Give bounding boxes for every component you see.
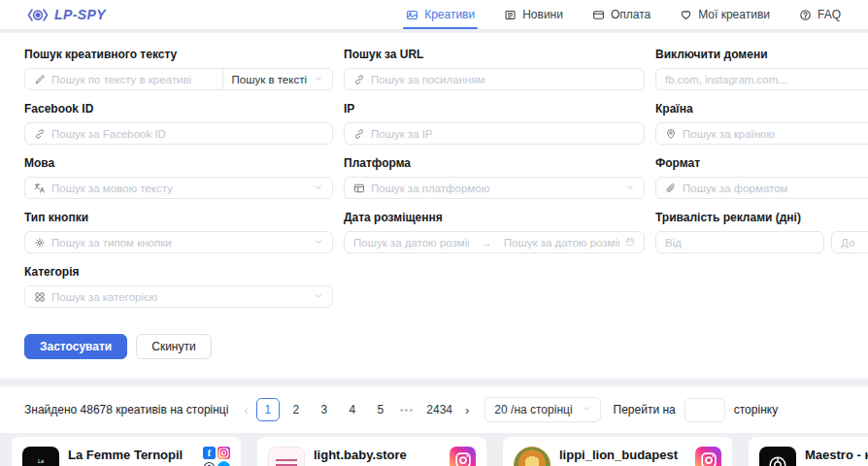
nav-item-news[interactable]: Новини [504,0,563,29]
platform-placeholder: Пошук за платформою [371,183,619,194]
pagination: ‹ 1 2 3 4 5 ••• 2434 › [241,398,472,421]
nav-item-creatives[interactable]: Креативи [406,0,475,29]
chevron-down-icon [625,183,635,194]
country-placeholder: Пошук за країною [683,128,868,140]
creative-card[interactable]: light.baby.store 2025-11-20 21:02:03 3 d… [257,437,486,466]
field-category: Категорія Пошук за категорією [24,265,333,307]
url-input[interactable] [371,74,635,85]
url-input-wrap [344,68,645,90]
facebook-id-input-wrap [24,122,333,145]
ip-input[interactable] [371,128,635,140]
location-pin-icon [665,128,677,140]
reset-button[interactable]: Скинути [136,334,211,359]
question-icon [799,9,812,21]
field-placement-date: Дата розміщення Пошук за датою розміщенн… [344,211,645,252]
chevron-down-icon [314,183,323,194]
translate-icon [34,183,46,194]
nav-item-payment[interactable]: Оплата [592,0,651,29]
button-type-select[interactable]: Пошук за типом кнопки [24,231,333,253]
creative-card[interactable]: Maestro - кухні, ме замовлення в Ужго 20… [749,437,868,466]
country-select[interactable]: Пошук за країною [655,122,868,145]
field-ip: IP [344,102,645,144]
nav-label: Мої креативи [698,8,770,21]
avatar-text: La [38,458,44,465]
heart-icon [680,9,692,21]
top-header: LP-SPY Креативи Новини Оплата Мої креати… [0,0,868,29]
field-label: Категорія [24,265,333,279]
gear-icon [34,237,46,249]
field-creative-text: Пошук креативного тексту Пошук в тексті [24,48,333,89]
nav-label: Креативи [424,8,475,21]
paperclip-icon [665,183,677,194]
exclude-domains-input[interactable] [665,74,868,85]
image-icon [406,9,418,21]
platform-select[interactable]: Пошук за платформою [344,177,645,199]
instagram-icon [695,447,721,466]
field-label: Мова [24,156,333,170]
chevron-down-icon [314,237,323,249]
page-button-last[interactable]: 2434 [421,398,457,421]
page-button-5[interactable]: 5 [369,398,392,421]
category-select[interactable]: Пошук за категорією [24,285,333,308]
goto-page-input[interactable] [684,398,725,422]
creative-cards-row: La FEMME La Femme Ternopil 2025-11-20 21… [0,437,868,466]
format-select[interactable]: Пошук за форматом [655,177,868,199]
nav-item-my-creatives[interactable]: Мої креативи [680,0,770,29]
page-size-select[interactable]: 20 /на сторінці [484,397,600,422]
page-button-4[interactable]: 4 [341,398,364,421]
nav-label: FAQ [818,8,841,21]
field-label: Facebook ID [24,102,333,116]
mode-value: Пошук в тексті [232,74,307,85]
category-placeholder: Пошук за категорією [51,291,308,303]
creative-card[interactable]: lippi_lion_budapest 2025-11-20 21:02:03 … [503,437,732,466]
ip-input-wrap [344,122,645,145]
nav-label: Оплата [611,8,651,21]
facebook-icon: f [203,447,216,459]
platform-grid-icon [353,183,365,194]
facebook-id-input[interactable] [51,128,323,140]
avatar [268,447,305,466]
creative-text-input[interactable] [51,74,214,85]
field-label: Дата розміщення [344,211,645,224]
prev-page-button[interactable]: ‹ [241,403,250,417]
page-button-1[interactable]: 1 [256,398,280,421]
avatar [514,447,551,466]
card-title: light.baby.store [314,448,441,462]
filter-panel: Пошук креативного тексту Пошук в тексті … [0,33,868,379]
card-title-line2: замовлення в Ужго [805,462,868,466]
credit-card-icon [592,9,605,21]
network-icons: f [203,447,230,466]
goto-prefix-label: Перейти на [614,403,676,416]
nav-item-faq[interactable]: FAQ [799,0,841,29]
app-logo[interactable]: LP-SPY [27,7,106,22]
creative-text-mode-select[interactable]: Пошук в тексті [222,68,333,90]
field-label: Тип кнопки [24,211,333,224]
person-badge-icon [203,461,216,466]
page-button-3[interactable]: 3 [313,398,336,421]
creative-card[interactable]: La FEMME La Femme Ternopil 2025-11-20 21… [12,437,241,466]
field-label: IP [344,102,645,116]
messenger-icon [217,461,230,466]
next-page-button[interactable]: › [462,403,472,417]
eye-logo-icon [27,8,49,22]
exclude-domains-input-wrap [655,68,868,90]
field-label: Платформа [344,156,645,170]
apply-button[interactable]: Застосувати [24,334,127,359]
language-select[interactable]: Пошук за мовою тексту [24,177,333,199]
arrow-right-icon: → [475,237,498,249]
duration-to-wrap [831,231,868,253]
field-language: Мова Пошук за мовою тексту [24,156,333,198]
card-title: lippi_lion_budapest [559,448,686,462]
field-label: Виключити домени [655,48,868,61]
duration-from-input[interactable] [665,237,815,249]
page-button-2[interactable]: 2 [284,398,308,421]
pagination-ellipsis[interactable]: ••• [397,404,417,416]
duration-to-input[interactable] [841,237,868,249]
duration-from-wrap [655,231,824,253]
field-label: Країна [655,102,868,116]
placement-date-range[interactable]: Пошук за датою розміщення → Пошук за дат… [344,231,645,253]
date-from-placeholder: Пошук за датою розміщення [353,237,469,249]
link-icon [353,74,365,85]
instagram-icon [450,447,476,466]
main-nav: Креативи Новини Оплата Мої креативи FAQ [406,0,841,29]
